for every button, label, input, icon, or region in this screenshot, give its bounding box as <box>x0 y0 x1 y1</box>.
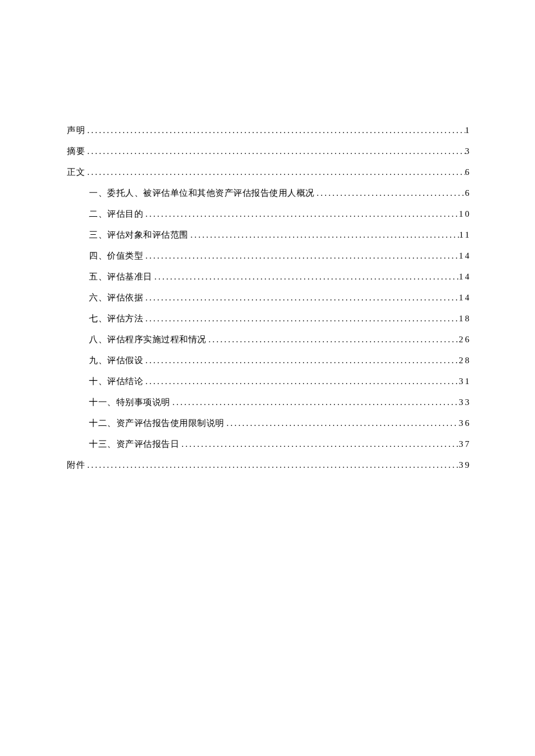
toc-entry-leader <box>85 167 465 177</box>
toc-entry-page: 37 <box>459 439 471 449</box>
table-of-contents: 声明1摘要3正文6一、委托人、被评估单位和其他资产评估报告使用人概况6二、评估目… <box>67 125 471 471</box>
toc-entry-title: 一、委托人、被评估单位和其他资产评估报告使用人概况 <box>89 188 315 199</box>
toc-entry: 附件39 <box>67 460 471 471</box>
toc-entry-title: 声明 <box>67 125 85 136</box>
toc-entry-page: 28 <box>459 356 471 366</box>
toc-entry-page: 36 <box>459 418 471 428</box>
toc-entry: 正文6 <box>67 167 471 178</box>
toc-entry: 十三、资产评估报告日37 <box>67 439 471 450</box>
toc-entry-title: 十、评估结论 <box>89 376 143 387</box>
toc-entry-title: 十一、特别事项说明 <box>89 397 170 408</box>
toc-entry-page: 33 <box>459 397 471 407</box>
toc-entry-title: 摘要 <box>67 146 85 157</box>
toc-entry-title: 十二、资产评估报告使用限制说明 <box>89 418 224 429</box>
toc-entry-title: 正文 <box>67 167 85 178</box>
toc-entry: 声明1 <box>67 125 471 136</box>
toc-entry: 十、评估结论31 <box>67 376 471 387</box>
toc-entry-leader <box>179 439 459 449</box>
toc-entry: 五、评估基准日14 <box>67 271 471 282</box>
toc-entry-page: 6 <box>465 167 472 177</box>
toc-entry: 四、价值类型14 <box>67 250 471 261</box>
toc-entry-title: 七、评估方法 <box>89 313 143 324</box>
toc-entry-page: 11 <box>459 230 471 240</box>
toc-entry: 一、委托人、被评估单位和其他资产评估报告使用人概况6 <box>67 188 471 199</box>
toc-entry-leader <box>85 146 465 156</box>
toc-entry-leader <box>188 230 459 240</box>
toc-entry-title: 五、评估基准日 <box>89 271 152 282</box>
toc-entry: 九、评估假设28 <box>67 355 471 366</box>
toc-entry: 八、评估程序实施过程和情况26 <box>67 334 471 345</box>
toc-entry: 二、评估目的10 <box>67 209 471 220</box>
toc-entry-page: 18 <box>459 314 471 324</box>
toc-entry-page: 14 <box>459 251 471 261</box>
toc-entry-title: 八、评估程序实施过程和情况 <box>89 334 206 345</box>
toc-entry-page: 6 <box>465 188 472 198</box>
toc-entry-leader <box>85 460 459 470</box>
toc-entry-leader <box>85 126 465 135</box>
toc-entry-leader <box>315 188 465 198</box>
toc-entry-leader <box>143 251 459 261</box>
toc-entry-leader <box>143 209 459 219</box>
toc-entry: 十一、特别事项说明33 <box>67 397 471 408</box>
toc-entry: 三、评估对象和评估范围11 <box>67 230 471 241</box>
toc-entry-page: 14 <box>459 272 471 282</box>
toc-entry-title: 二、评估目的 <box>89 209 143 220</box>
toc-entry-title: 六、评估依据 <box>89 292 143 303</box>
toc-entry: 摘要3 <box>67 146 471 157</box>
toc-entry-leader <box>143 377 459 386</box>
toc-entry-title: 附件 <box>67 460 85 471</box>
toc-entry: 七、评估方法18 <box>67 313 471 324</box>
toc-entry-title: 九、评估假设 <box>89 355 143 366</box>
toc-entry-leader <box>206 335 459 345</box>
toc-entry-title: 四、价值类型 <box>89 250 143 261</box>
toc-entry: 六、评估依据14 <box>67 292 471 303</box>
toc-entry-page: 1 <box>465 126 472 135</box>
toc-entry-title: 三、评估对象和评估范围 <box>89 230 188 241</box>
toc-entry-page: 3 <box>465 146 472 156</box>
toc-entry-leader <box>152 272 459 282</box>
toc-entry-leader <box>224 418 459 428</box>
toc-entry-page: 26 <box>459 335 471 345</box>
toc-entry-leader <box>143 356 459 366</box>
toc-entry-page: 31 <box>459 377 471 386</box>
toc-entry-page: 39 <box>459 460 471 470</box>
toc-entry-page: 10 <box>459 209 471 219</box>
toc-entry-leader <box>143 293 459 303</box>
toc-entry-leader <box>143 314 459 324</box>
toc-entry-page: 14 <box>459 293 471 303</box>
toc-entry-title: 十三、资产评估报告日 <box>89 439 179 450</box>
toc-entry-leader <box>170 397 459 407</box>
toc-entry: 十二、资产评估报告使用限制说明36 <box>67 418 471 429</box>
